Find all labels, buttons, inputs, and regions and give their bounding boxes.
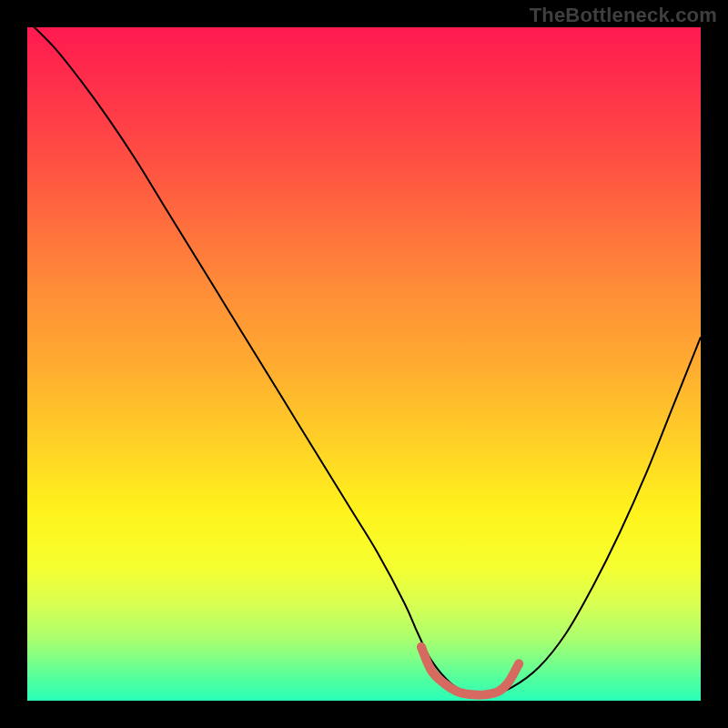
- watermark-text: TheBottleneck.com: [530, 4, 717, 27]
- series-highlight-optimal: [421, 647, 519, 695]
- chart-svg: [27, 27, 701, 701]
- series-bottleneck-curve: [27, 27, 701, 695]
- series-container: [27, 27, 701, 695]
- plot-area: [27, 27, 701, 701]
- chart-frame: TheBottleneck.com: [0, 0, 728, 728]
